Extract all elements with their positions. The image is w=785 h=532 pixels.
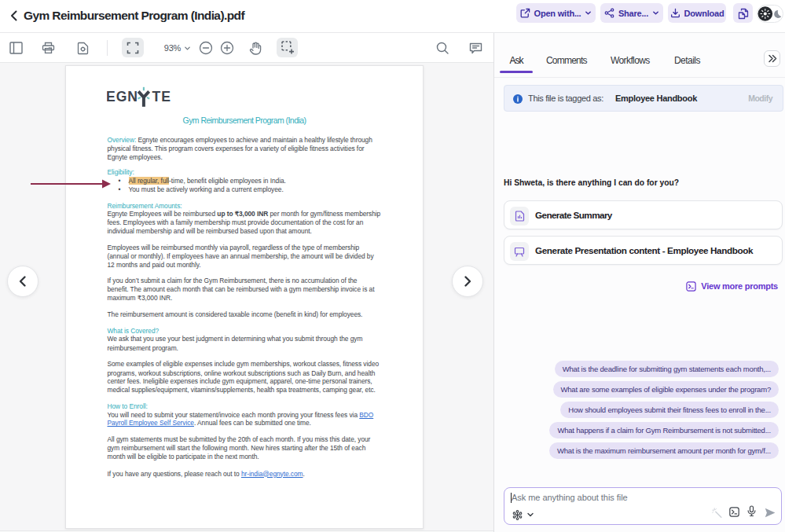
svg-text:TE: TE (152, 89, 171, 105)
svg-text:EGN: EGN (107, 89, 138, 105)
